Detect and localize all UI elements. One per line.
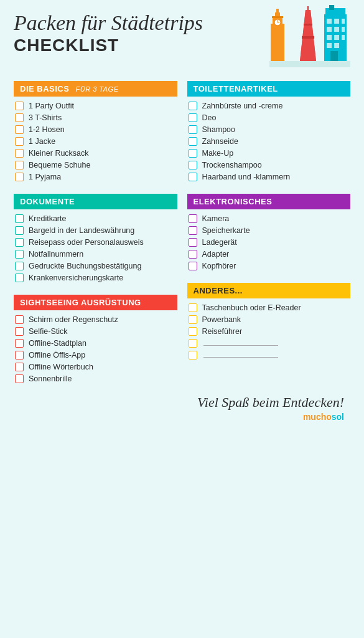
checkbox[interactable] xyxy=(189,303,197,312)
checkbox[interactable] xyxy=(15,161,24,169)
documents-list: Kreditkarte Bargeld in der Landeswährung… xyxy=(14,214,177,282)
page: Packen für Städtetrips CHECKLIST xyxy=(0,0,364,638)
checkbox[interactable] xyxy=(15,374,24,383)
checkbox[interactable] xyxy=(15,238,24,247)
checkbox[interactable] xyxy=(15,102,24,110)
footer-message: Viel Spaß beim Entdecken! xyxy=(14,394,350,411)
svg-rect-22 xyxy=(334,27,339,32)
section-sightseeing-header: SIGHTSEEING AUSRÜSTUNG xyxy=(14,295,177,310)
checkbox[interactable] xyxy=(189,102,197,110)
checkbox[interactable] xyxy=(189,149,197,158)
col-left: DIE BASICS für 3 Tage 1 Party Outfit 3 T… xyxy=(14,72,177,387)
list-item: Deo xyxy=(189,113,350,122)
sightseeing-list: Schirm oder Regenschutz Selfie-Stick Off… xyxy=(14,315,177,383)
list-item: Kleiner Rucksack xyxy=(15,149,176,158)
title-block: Packen für Städtetrips CHECKLIST xyxy=(14,11,269,55)
checkbox[interactable] xyxy=(15,351,24,359)
checkbox[interactable] xyxy=(189,262,197,270)
main-title: Packen für Städtetrips xyxy=(14,11,269,34)
checkbox[interactable] xyxy=(15,173,24,181)
checkbox[interactable] xyxy=(15,363,24,371)
list-item: Schirm oder Regenschutz xyxy=(15,315,176,324)
svg-rect-16 xyxy=(325,8,345,17)
checkbox[interactable] xyxy=(189,339,197,348)
checkbox[interactable] xyxy=(15,315,24,324)
list-item: Speicherkarte xyxy=(189,226,350,235)
checkbox[interactable] xyxy=(189,113,197,122)
checkbox[interactable] xyxy=(15,262,24,270)
svg-rect-28 xyxy=(334,43,339,48)
svg-rect-18 xyxy=(327,19,332,24)
list-item xyxy=(189,339,350,348)
list-item: Bargeld in der Landeswährung xyxy=(15,226,176,235)
svg-rect-17 xyxy=(329,5,334,10)
checkbox[interactable] xyxy=(15,113,24,122)
svg-rect-4 xyxy=(272,16,283,18)
list-item: Offline-Stadtplan xyxy=(15,339,176,348)
list-item: Shampoo xyxy=(189,125,350,134)
list-item: Kamera xyxy=(189,214,350,223)
list-item: Reisepass oder Personalausweis xyxy=(15,238,176,247)
list-item: Taschenbuch oder E-Reader xyxy=(189,303,350,312)
list-item: Bequeme Schuhe xyxy=(15,161,176,169)
list-item: Selfie-Stick xyxy=(15,327,176,336)
section-electronics-header: ELEKTRONISCHES xyxy=(187,194,351,209)
section-basics-header: DIE BASICS für 3 Tage xyxy=(14,81,177,97)
section-other-header: ANDERES... xyxy=(187,283,351,298)
list-item: Krankenversicherungskarte xyxy=(15,274,176,282)
checkbox[interactable] xyxy=(189,161,197,169)
svg-rect-20 xyxy=(342,19,345,24)
checkbox[interactable] xyxy=(15,226,24,235)
svg-rect-24 xyxy=(327,35,332,40)
svg-marker-9 xyxy=(300,10,316,61)
checkbox[interactable] xyxy=(189,137,197,146)
checkbox[interactable] xyxy=(15,274,24,282)
list-item: 1 Party Outfit xyxy=(15,102,176,110)
list-item: Offline Wörterbuch xyxy=(15,363,176,371)
list-item: Gedruckte Buchungsbestätigung xyxy=(15,262,176,270)
list-item: Kreditkarte xyxy=(15,214,176,223)
checkbox[interactable] xyxy=(15,327,24,336)
svg-rect-26 xyxy=(342,35,345,40)
list-item: Sonnenbrille xyxy=(15,374,176,383)
svg-rect-30 xyxy=(269,61,350,67)
checkbox[interactable] xyxy=(189,238,197,247)
checkbox[interactable] xyxy=(15,125,24,134)
checkbox[interactable] xyxy=(15,214,24,223)
list-item: Ladegerät xyxy=(189,238,350,247)
checkbox[interactable] xyxy=(189,250,197,259)
checkbox[interactable] xyxy=(15,149,24,158)
checkbox[interactable] xyxy=(15,250,24,259)
svg-rect-10 xyxy=(301,58,315,61)
svg-rect-19 xyxy=(334,19,339,24)
list-item: Adapter xyxy=(189,250,350,259)
city-illustration xyxy=(269,5,350,67)
checkbox[interactable] xyxy=(189,315,197,324)
brand-logo: muchosol xyxy=(14,412,350,422)
list-item: 3 T-Shirts xyxy=(15,113,176,122)
svg-rect-29 xyxy=(330,51,338,61)
list-item: 1-2 Hosen xyxy=(15,125,176,134)
list-item xyxy=(189,351,350,359)
checkbox[interactable] xyxy=(189,327,197,336)
svg-rect-11 xyxy=(302,36,314,39)
basics-list: 1 Party Outfit 3 T-Shirts 1-2 Hosen 1 Ja… xyxy=(14,102,177,181)
checkbox[interactable] xyxy=(189,351,197,359)
checkbox[interactable] xyxy=(189,226,197,235)
other-list: Taschenbuch oder E-Reader Powerbank Reis… xyxy=(187,303,351,359)
list-item: Zahnseide xyxy=(189,137,350,146)
list-item: Zahnbürste und -creme xyxy=(189,102,350,110)
section-toiletries-header: TOILETTENARTIKEL xyxy=(187,81,351,97)
checkbox[interactable] xyxy=(189,125,197,134)
checkbox[interactable] xyxy=(15,137,24,146)
checkbox[interactable] xyxy=(189,173,197,181)
list-item: Powerbank xyxy=(189,315,350,324)
list-item: Notfallnummern xyxy=(15,250,176,259)
list-item: Haarband und -klammern xyxy=(189,173,350,181)
header-area: Packen für Städtetrips CHECKLIST xyxy=(14,11,350,67)
checkbox[interactable] xyxy=(189,214,197,223)
checklist-label: CHECKLIST xyxy=(14,36,269,55)
list-item: Reiseführer xyxy=(189,327,350,336)
checkbox[interactable] xyxy=(15,339,24,348)
section-documents-header: DOKUMENTE xyxy=(14,194,177,209)
